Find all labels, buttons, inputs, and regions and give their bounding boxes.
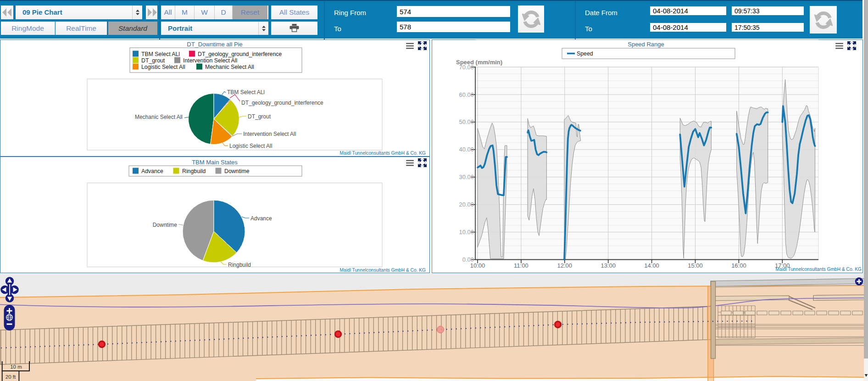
svg-text:DT_grout: DT_grout: [248, 113, 271, 120]
svg-text:TBM Select ALl: TBM Select ALl: [227, 89, 265, 95]
svg-text:10.00: 10.00: [459, 229, 474, 235]
svg-text:TBM Main States: TBM Main States: [192, 159, 238, 166]
svg-text:Downtime: Downtime: [153, 222, 178, 228]
svg-text:DT_geology_ground_interference: DT_geology_ground_interference: [241, 100, 323, 106]
svg-text:DT_geology_ground_interference: DT_geology_ground_interference: [198, 51, 282, 57]
svg-text:Logistic Select All: Logistic Select All: [141, 64, 185, 70]
svg-text:Maidl Tunnelconsultants GmbH &: Maidl Tunnelconsultants GmbH & Co. KG: [340, 151, 426, 156]
svg-text:50.00: 50.00: [459, 118, 474, 125]
svg-text:Advance: Advance: [141, 168, 163, 174]
svg-text:Maidl Tunnelconsultants GmbH &: Maidl Tunnelconsultants GmbH & Co. KG: [776, 267, 862, 272]
svg-text:Ringbuild: Ringbuild: [228, 262, 251, 268]
svg-text:Intervention Select All: Intervention Select All: [183, 57, 237, 64]
svg-text:20.00: 20.00: [459, 201, 474, 208]
svg-text:Speed Range: Speed Range: [628, 41, 664, 48]
svg-text:12:00: 12:00: [557, 262, 573, 269]
svg-text:Speed: Speed: [577, 50, 593, 57]
svg-text:11:00: 11:00: [514, 262, 529, 269]
svg-text:Maidl Tunnelconsultants GmbH &: Maidl Tunnelconsultants GmbH & Co. KG: [340, 268, 426, 273]
svg-text:70.00: 70.00: [459, 64, 474, 71]
svg-text:40.00: 40.00: [459, 146, 474, 153]
svg-text:Ringbuild: Ringbuild: [182, 168, 206, 174]
svg-text:TBM Select ALl: TBM Select ALl: [141, 51, 180, 57]
svg-text:16:00: 16:00: [731, 262, 746, 269]
svg-text:10:00: 10:00: [470, 262, 485, 269]
svg-text:15:00: 15:00: [688, 262, 703, 269]
svg-text:20 ft: 20 ft: [6, 374, 16, 380]
svg-text:60.00: 60.00: [459, 91, 474, 98]
svg-text:Mechanic Select All: Mechanic Select All: [205, 64, 254, 70]
svg-text:DT_Downtime all Pie: DT_Downtime all Pie: [187, 41, 242, 48]
svg-text:Advance: Advance: [250, 215, 272, 222]
svg-text:DT_grout: DT_grout: [141, 57, 165, 64]
svg-text:10 m: 10 m: [10, 364, 22, 370]
svg-text:Downtime: Downtime: [224, 168, 250, 174]
svg-text:13:00: 13:00: [601, 262, 616, 269]
svg-text:14:00: 14:00: [644, 262, 659, 269]
svg-text:30.00: 30.00: [459, 174, 474, 180]
svg-text:Intervention Select All: Intervention Select All: [243, 131, 296, 137]
svg-text:Mechanic Select All: Mechanic Select All: [135, 114, 183, 120]
svg-text:Logistic Select All: Logistic Select All: [229, 143, 272, 149]
